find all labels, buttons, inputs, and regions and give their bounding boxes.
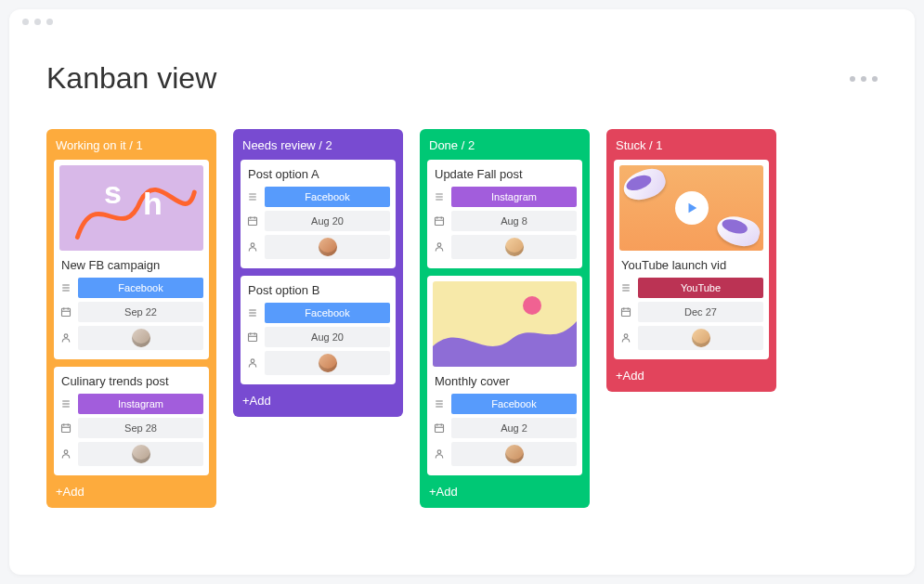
calendar-icon bbox=[433, 422, 446, 434]
content-area: Kanban view Working on it / 1New FB camp… bbox=[9, 33, 915, 575]
date-pill[interactable]: Aug 8 bbox=[451, 211, 577, 231]
card-title: Monthly cover bbox=[433, 372, 577, 394]
kanban-card[interactable]: Update Fall postInstagramAug 8 bbox=[427, 160, 582, 268]
kanban-card[interactable]: Culinary trends postInstagramSep 28 bbox=[54, 367, 209, 475]
owner-pill[interactable] bbox=[638, 326, 763, 350]
svg-rect-35 bbox=[436, 217, 444, 225]
svg-rect-11 bbox=[62, 424, 71, 432]
list-icon bbox=[59, 398, 72, 409]
avatar bbox=[692, 329, 710, 347]
owner-pill[interactable] bbox=[265, 351, 390, 375]
channel-row: Facebook bbox=[246, 187, 390, 207]
dots-icon bbox=[861, 76, 866, 82]
list-icon bbox=[246, 191, 259, 202]
kanban-card[interactable]: Post option BFacebookAug 20 bbox=[241, 276, 396, 384]
channel-pill[interactable]: Facebook bbox=[265, 303, 390, 323]
calendar-icon bbox=[246, 331, 259, 343]
header-row: Kanban view bbox=[46, 61, 878, 96]
channel-row: Facebook bbox=[59, 278, 203, 298]
date-pill[interactable]: Dec 27 bbox=[638, 302, 763, 322]
channel-pill[interactable]: Instagram bbox=[78, 394, 203, 414]
avatar bbox=[505, 238, 524, 256]
column-header[interactable]: Done / 2 bbox=[427, 136, 582, 160]
avatar bbox=[319, 354, 337, 372]
kanban-card[interactable]: Monthly coverFacebookAug 2 bbox=[427, 276, 582, 475]
more-menu-button[interactable] bbox=[850, 76, 878, 82]
owner-row bbox=[433, 235, 577, 259]
column-header[interactable]: Working on it / 1 bbox=[54, 136, 209, 160]
channel-row: Facebook bbox=[433, 394, 577, 414]
list-icon bbox=[433, 191, 446, 202]
column-header[interactable]: Stuck / 1 bbox=[614, 136, 769, 160]
add-card-button[interactable]: +Add bbox=[427, 483, 582, 502]
kanban-column-done: Done / 2Update Fall postInstagramAug 8Mo… bbox=[420, 129, 590, 508]
person-icon bbox=[246, 241, 259, 253]
person-icon bbox=[59, 332, 72, 344]
kanban-column-working: Working on it / 1New FB campaignFacebook… bbox=[46, 129, 216, 508]
column-header[interactable]: Needs review / 2 bbox=[241, 136, 396, 160]
owner-pill[interactable] bbox=[78, 442, 203, 466]
owner-pill[interactable] bbox=[451, 442, 577, 466]
owner-row bbox=[59, 326, 203, 350]
person-icon bbox=[59, 448, 72, 460]
card-title: Culinary trends post bbox=[59, 372, 203, 394]
svg-rect-19 bbox=[249, 217, 257, 225]
date-row: Sep 28 bbox=[59, 418, 203, 438]
card-thumbnail bbox=[619, 165, 763, 251]
card-title: New FB campaign bbox=[59, 256, 203, 278]
owner-pill[interactable] bbox=[451, 235, 577, 259]
avatar bbox=[319, 238, 337, 256]
play-icon[interactable] bbox=[675, 191, 709, 225]
shoe-graphic bbox=[619, 165, 669, 205]
date-pill[interactable]: Aug 2 bbox=[451, 418, 577, 438]
dots-icon bbox=[850, 76, 855, 82]
channel-pill[interactable]: Facebook bbox=[451, 394, 577, 414]
date-pill[interactable]: Aug 20 bbox=[265, 327, 390, 347]
squiggle-graphic bbox=[59, 165, 203, 248]
date-row: Aug 2 bbox=[433, 418, 577, 438]
kanban-board: Working on it / 1New FB campaignFacebook… bbox=[46, 129, 878, 508]
channel-row: Instagram bbox=[433, 187, 577, 207]
add-card-button[interactable]: +Add bbox=[614, 367, 769, 386]
window-dot bbox=[22, 19, 29, 25]
calendar-icon bbox=[59, 306, 72, 318]
channel-row: Instagram bbox=[59, 394, 203, 414]
owner-row bbox=[619, 326, 763, 350]
channel-pill[interactable]: Facebook bbox=[265, 187, 390, 207]
window-dot bbox=[34, 19, 41, 25]
channel-pill[interactable]: Instagram bbox=[451, 187, 577, 207]
date-pill[interactable]: Sep 28 bbox=[78, 418, 203, 438]
shoe-graphic bbox=[714, 213, 762, 251]
owner-row bbox=[59, 442, 203, 466]
svg-point-7 bbox=[64, 334, 68, 338]
channel-pill[interactable]: Facebook bbox=[78, 278, 203, 298]
card-thumbnail bbox=[433, 281, 577, 367]
svg-rect-43 bbox=[436, 424, 444, 432]
list-icon bbox=[619, 282, 632, 293]
svg-point-15 bbox=[64, 450, 68, 454]
browser-window: Kanban view Working on it / 1New FB camp… bbox=[9, 9, 915, 575]
owner-pill[interactable] bbox=[78, 326, 203, 350]
dots-icon bbox=[872, 76, 878, 82]
svg-point-31 bbox=[251, 359, 254, 363]
channel-pill[interactable]: YouTube bbox=[638, 278, 763, 298]
kanban-card[interactable]: YouTube launch vidYouTubeDec 27 bbox=[614, 160, 769, 359]
calendar-icon bbox=[246, 215, 259, 227]
svg-rect-51 bbox=[622, 308, 631, 316]
date-pill[interactable]: Sep 22 bbox=[78, 302, 203, 322]
kanban-card[interactable]: New FB campaignFacebookSep 22 bbox=[54, 160, 209, 359]
window-controls bbox=[9, 9, 915, 33]
kanban-column-review: Needs review / 2Post option AFacebookAug… bbox=[233, 129, 403, 417]
wave-graphic bbox=[433, 311, 577, 367]
owner-pill[interactable] bbox=[265, 235, 390, 259]
add-card-button[interactable]: +Add bbox=[241, 392, 396, 411]
svg-point-39 bbox=[437, 243, 441, 247]
date-row: Sep 22 bbox=[59, 302, 203, 322]
date-pill[interactable]: Aug 20 bbox=[265, 211, 390, 231]
owner-row bbox=[246, 351, 390, 375]
svg-point-23 bbox=[251, 243, 254, 247]
kanban-card[interactable]: Post option AFacebookAug 20 bbox=[241, 160, 396, 268]
add-card-button[interactable]: +Add bbox=[54, 483, 209, 502]
list-icon bbox=[59, 282, 72, 293]
card-title: Post option B bbox=[246, 281, 390, 303]
